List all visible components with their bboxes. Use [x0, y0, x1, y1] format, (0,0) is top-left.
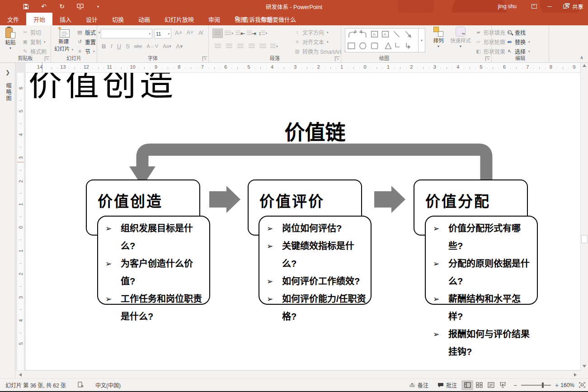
distribute-rows-icon[interactable] [258, 42, 268, 51]
layout-button[interactable]: ▤版式▾ [75, 28, 96, 37]
clipboard-dialog-launcher-icon[interactable] [45, 57, 49, 61]
thumbnail-panel-collapsed[interactable]: ❯ 缩略图 [0, 63, 15, 378]
font-dialog-launcher-icon[interactable] [202, 57, 207, 61]
scroll-left-icon[interactable] [19, 373, 22, 377]
new-slide-button[interactable]: ★ 新建 幻灯片 ▾ [54, 27, 74, 52]
arrow-bullet-icon: ➢ [433, 255, 439, 273]
align-text-button[interactable]: ≡对齐文本▾ [293, 37, 341, 47]
ribbon-tab-7[interactable]: 审阅 [201, 13, 227, 25]
ribbon-tab-5[interactable]: 动画 [131, 13, 157, 25]
redo-icon[interactable]: ↻ [58, 2, 66, 10]
reading-view-button[interactable] [485, 380, 497, 390]
expand-thumbnails-icon[interactable]: ❯ [5, 69, 10, 76]
change-case-button[interactable]: Aa▾ [163, 43, 171, 49]
arrow-bullet-icon: ➢ [105, 290, 112, 308]
zoom-in-icon[interactable]: + [555, 382, 559, 389]
font-size-combo[interactable]: 11▾ [154, 29, 171, 38]
font-name-combo[interactable]: ▾ [101, 29, 152, 38]
paragraph-row1: ▾ ⇤ ⇥ ↕▾ [212, 28, 268, 38]
align-left-icon[interactable] [212, 42, 223, 51]
increase-indent-icon[interactable]: ⇥ [246, 28, 257, 38]
item-label: 替换 [515, 38, 526, 46]
italic-button[interactable]: I [110, 43, 112, 50]
scroll-up-icon[interactable] [583, 64, 586, 67]
replace-button[interactable]: ab替换▾ [505, 37, 546, 47]
character-spacing-button[interactable]: A⇔V [147, 43, 159, 49]
workspace: ❯ 缩略图 14131211109876543210123456789 6543… [0, 63, 588, 378]
slides-group: ★ 新建 幻灯片 ▾ ▤版式▾↺重置≡节▾ 幻灯片 [51, 25, 97, 62]
paste-button[interactable]: 粘贴▾ [2, 27, 19, 50]
fit-slide-to-window-icon[interactable] [579, 382, 585, 388]
vertical-scrollbar-thumb[interactable] [581, 235, 588, 243]
decrease-indent-icon[interactable]: ⇤ [235, 28, 245, 38]
spell-check-icon[interactable] [78, 382, 84, 389]
slideshow-view-button[interactable] [497, 380, 508, 390]
item-label: 版式 [85, 28, 96, 36]
clear-formatting-icon[interactable]: A̸ [198, 29, 202, 36]
normal-view-button[interactable] [461, 380, 473, 390]
zoom-level[interactable]: 160% [559, 382, 574, 388]
shrink-font-icon[interactable]: A˅ [187, 29, 193, 36]
arrange-button[interactable]: 排列▾ [430, 27, 447, 48]
find-button[interactable]: 查找 [505, 28, 546, 37]
share-button[interactable]: 共享 [564, 0, 583, 13]
ribbon-tab-6[interactable]: 幻灯片放映 [157, 13, 201, 25]
ribbon-tab-3[interactable]: 设计 [79, 13, 105, 25]
tell-me-search[interactable]: 告诉我你想要做什么 [228, 13, 302, 25]
zoom-out-icon[interactable]: − [513, 382, 517, 389]
question-text: 关键绩效指标是什么? [282, 241, 354, 269]
vertical-scrollbar[interactable] [580, 63, 588, 370]
undo-icon[interactable]: ↶ [40, 2, 48, 10]
reset-button[interactable]: ↺重置 [75, 37, 96, 47]
line-spacing-icon[interactable]: ↕▾ [258, 28, 268, 38]
notes-button[interactable]: 备注 [405, 381, 433, 389]
text-shadow-button[interactable]: S [126, 43, 130, 50]
shape-gallery[interactable]: A A ▾ [345, 28, 425, 52]
question-box-1[interactable]: ➢组织发展目标是什么?➢为客户创造什么价值?➢工作任务和岗位职责是什么? [97, 216, 210, 305]
slide-canvas[interactable]: 价值创造 价值链 价值创造➢组织发展目标是什么?➢为客户创造什么价值?➢工作任务… [26, 73, 580, 370]
scissors-button[interactable]: ✂剪切 [21, 28, 50, 37]
numbering-icon[interactable]: ▾ [224, 28, 234, 38]
paragraph-dialog-launcher-icon[interactable] [335, 57, 339, 61]
zoom-slider-thumb[interactable] [542, 383, 544, 388]
h-ruler-tick [371, 68, 371, 69]
start-slideshow-icon[interactable] [76, 2, 84, 10]
underline-button[interactable]: U [117, 43, 121, 50]
comments-button[interactable]: 批注 [433, 381, 461, 389]
minimize-icon[interactable] [542, 0, 557, 13]
align-center-icon[interactable] [224, 42, 234, 51]
drawing-dialog-launcher-icon[interactable] [485, 57, 490, 61]
zoom-slider[interactable] [521, 385, 551, 386]
question-box-2[interactable]: ➢岗位如何评估?➢关键绩效指标是什么?➢如何评价工作绩效?➢如何评价能力/任职资… [259, 216, 372, 305]
ribbon-tab-2[interactable]: 插入 [52, 13, 79, 25]
ribbon-display-options-icon[interactable] [527, 0, 542, 13]
text-direction-button[interactable]: ↕文字方向▾ [293, 28, 341, 37]
align-right-icon[interactable] [235, 42, 245, 51]
slide-sorter-view-button[interactable] [473, 380, 485, 390]
font-color-button[interactable]: A▾ [176, 43, 183, 50]
justify-icon[interactable] [246, 42, 257, 51]
save-icon[interactable] [22, 2, 30, 10]
quick-styles-button[interactable]: 快速样式▾ [449, 27, 472, 48]
columns-icon[interactable]: ▾ [269, 42, 279, 51]
strikethrough-button[interactable]: abc [134, 43, 142, 49]
bullets-icon[interactable] [212, 28, 223, 38]
reset-icon: ↺ [77, 39, 83, 45]
scroll-down-icon[interactable] [583, 365, 586, 368]
ribbon-tab-0[interactable]: 文件 [0, 13, 26, 25]
question-item: ➢岗位如何评估? [266, 220, 366, 237]
customize-qat-caret-icon[interactable]: ▾ [94, 2, 102, 10]
copy-button[interactable]: ▣复制▾ [21, 37, 50, 47]
ribbon-tab-1[interactable]: 开始 [26, 13, 52, 25]
horizontal-scrollbar[interactable] [15, 370, 580, 378]
shape-gallery-more-icon[interactable]: ▾ [418, 28, 425, 52]
shape-fill-icon: ▰ [475, 29, 481, 35]
question-box-3[interactable]: ➢价值分配形式有哪些?➢分配的原则依据是什么?➢薪酬结构和水平怎样?➢报酬如何与… [425, 216, 538, 305]
language-indicator[interactable]: 中文(中国) [95, 381, 121, 389]
ribbon-tab-4[interactable]: 切换 [105, 13, 131, 25]
h-ruler-tick [516, 67, 517, 69]
scroll-right-icon[interactable] [574, 373, 577, 377]
grow-font-icon[interactable]: A˄ [175, 29, 182, 36]
bold-button[interactable]: B [102, 43, 106, 50]
collapse-ribbon-icon[interactable]: ∧ [580, 55, 583, 61]
